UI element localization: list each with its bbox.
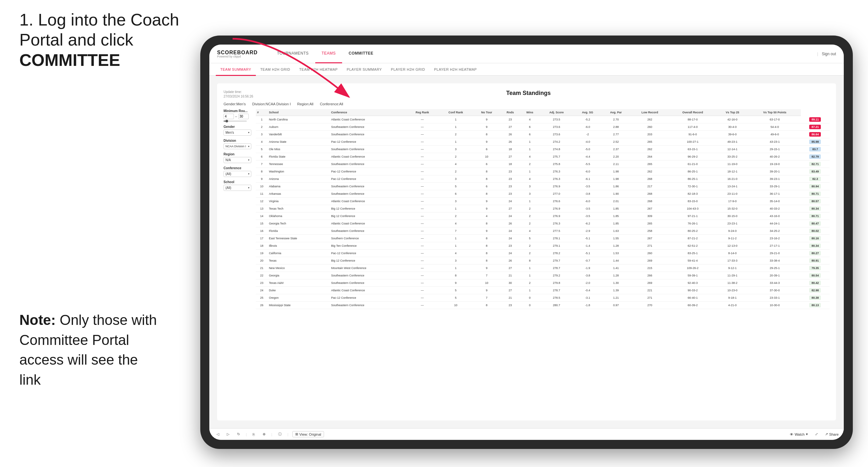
table-cell: 1.44	[601, 257, 630, 264]
table-cell: Big Ten Conference	[330, 242, 406, 249]
table-cell: 86-25-1	[669, 167, 716, 175]
table-cell: 215	[630, 264, 669, 272]
table-cell: 14	[256, 212, 268, 220]
slider-thumb[interactable]	[225, 120, 228, 122]
table-cell: New Mexico	[268, 264, 330, 272]
tablet-screen: SCOREBOARD Powered by clippd TOURNAMENTS…	[209, 44, 844, 440]
table-cell: Auburn	[268, 123, 330, 130]
table-cell: 63-17-0	[749, 116, 801, 123]
nav-teams[interactable]: TEAMS	[315, 44, 342, 63]
sub-nav-team-summary[interactable]: TEAM SUMMARY	[216, 64, 256, 76]
conference-select-value: (All)	[225, 172, 231, 176]
table-cell: 3	[438, 145, 473, 153]
gender-select[interactable]: Men's ▾	[223, 129, 251, 136]
table-cell: 275.8	[539, 160, 574, 167]
table-cell: 23-16-2	[749, 235, 801, 242]
table-cell: 277.0	[539, 190, 574, 197]
table-cell: -3.8	[574, 190, 601, 197]
table-cell: 49-23-1	[716, 138, 749, 145]
table-cell: Atlantic Coast Conference	[330, 116, 406, 123]
table-cell: 80.16	[801, 235, 830, 242]
table-cell: 117-4-0	[669, 123, 716, 130]
min-rounds-min-input[interactable]	[223, 114, 234, 119]
nav-committee[interactable]: COMMITTEE	[342, 44, 380, 63]
table-cell: 39-6-0	[716, 130, 749, 138]
table-cell: 3	[438, 257, 473, 264]
table-cell: 9-11-2	[716, 235, 749, 242]
table-cell: Atlantic Coast Conference	[330, 153, 406, 160]
table-cell: 61-21-0	[669, 160, 716, 167]
sub-nav-team-h2h-grid[interactable]: TEAM H2H GRID	[256, 64, 295, 76]
instruction-bold: COMMITTEE	[20, 51, 120, 69]
sub-nav-player-h2h-grid[interactable]: PLAYER H2H GRID	[386, 64, 430, 76]
table-cell: Pac-12 Conference	[330, 138, 406, 145]
table-cell: 1	[520, 286, 539, 294]
logo-sub: Powered by clippd	[217, 55, 258, 58]
table-cell: 276.3	[539, 220, 574, 227]
slider-bar[interactable]	[223, 121, 247, 122]
table-cell: 88-17-0	[669, 116, 716, 123]
nav-tournaments[interactable]: TOURNAMENTS	[271, 44, 315, 63]
table-cell: 24	[500, 212, 520, 220]
table-cell: 1.85	[601, 220, 630, 227]
school-select[interactable]: (All) ▾	[223, 185, 251, 191]
gender-filter-group: Gender Men's ▾	[223, 125, 251, 136]
table-cell: Texas A&M	[268, 279, 330, 286]
table-cell: 268	[630, 175, 669, 183]
table-cell: 1.98	[601, 167, 630, 175]
table-cell: 1.39	[601, 286, 630, 294]
table-cell: 23	[500, 183, 520, 190]
table-cell: 5	[438, 183, 473, 190]
table-row: 26Mississippi StateSoutheastern Conferen…	[256, 301, 830, 309]
table-cell: 82.98	[801, 286, 830, 294]
sub-nav-player-summary[interactable]: PLAYER SUMMARY	[342, 64, 386, 76]
table-cell: 10	[256, 183, 268, 190]
region-select[interactable]: N/A ▾	[223, 157, 251, 163]
sub-nav-player-h2h-heatmap[interactable]: PLAYER H2H HEATMAP	[430, 64, 481, 76]
table-cell: 9-24-0	[716, 227, 749, 235]
division-select-value: NCAA Division I	[225, 145, 246, 148]
table-cell: 11	[256, 190, 268, 197]
table-cell: 27-17-1	[749, 242, 801, 249]
table-cell: 9	[473, 116, 500, 123]
division-select[interactable]: NCAA Division I ▾	[223, 144, 251, 149]
table-cell: -6.1	[574, 175, 601, 183]
table-cell: 1.85	[601, 205, 630, 212]
instruction-text: Log into the Coach Portal and click	[20, 10, 179, 49]
table-cell: 9	[473, 286, 500, 294]
min-rounds-max-input[interactable]	[239, 114, 249, 119]
table-cell: 8	[473, 249, 500, 257]
table-cell: 13-24-1	[716, 183, 749, 190]
table-cell: —	[406, 235, 438, 242]
table-cell: 12-13-0	[716, 242, 749, 249]
table-cell: -1.8	[574, 301, 601, 309]
table-cell: -3.5	[574, 212, 601, 220]
table-cell: 5	[438, 286, 473, 294]
table-cell: 39-20-1	[749, 167, 801, 175]
table-cell: 33-29-1	[749, 183, 801, 190]
table-cell: 80.71	[801, 190, 830, 197]
table-row: 11ArkansasSoutheastern Conference—682332…	[256, 190, 830, 197]
table-cell: 43-23-1	[749, 138, 801, 145]
table-cell: —	[406, 116, 438, 123]
table-cell: 21	[500, 272, 520, 279]
table-cell: 26	[500, 257, 520, 264]
sign-out-button[interactable]: Sign out	[822, 52, 836, 56]
col-avg-sg: Avg. SG	[574, 109, 601, 116]
note-bold: Note:	[20, 312, 56, 328]
region-select-chevron: ▾	[248, 159, 249, 161]
table-row: 14OklahomaBig 12 Conference—24242276.9-3…	[256, 212, 830, 220]
table-cell: 273.6	[539, 130, 574, 138]
col-wins: Wins	[520, 109, 539, 116]
table-cell: 27	[500, 123, 520, 130]
table-cell: 2	[520, 249, 539, 257]
table-cell: -5.0	[574, 145, 601, 153]
table-cell: 59-41-4	[669, 257, 716, 264]
sub-nav-team-h2h-heatmap[interactable]: TEAM H2H HEATMAP	[294, 64, 342, 76]
table-cell: 4	[520, 153, 539, 160]
table-cell: 24	[500, 235, 520, 242]
school-filter-group: School (All) ▾	[223, 180, 251, 191]
conference-select[interactable]: (All) ▾	[223, 171, 251, 177]
table-cell: Oklahoma	[268, 212, 330, 220]
col-vs-top-50: Vs Top 50 Points	[749, 109, 801, 116]
